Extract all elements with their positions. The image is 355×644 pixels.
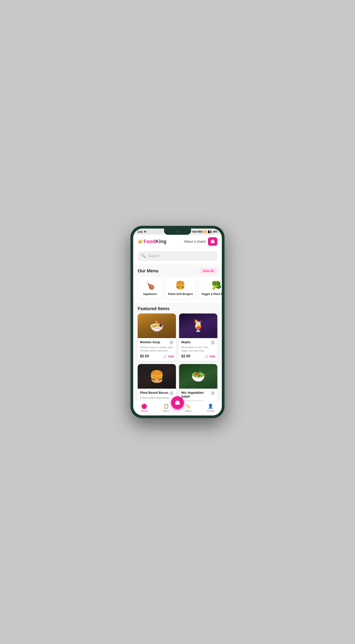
- appetizers-label: Appetizers: [143, 292, 157, 296]
- mojito-image: 🍹: [179, 314, 217, 338]
- logo-text: FoodKing: [144, 238, 167, 244]
- search-bar[interactable]: 🔍 Search: [138, 251, 217, 261]
- bottom-nav: Home 📋 Menu 🏷️ Offers 👤 Profile: [133, 401, 222, 416]
- mojito-add-button[interactable]: 🛒 Add: [205, 354, 215, 358]
- burgers-icon: 🍔: [173, 280, 188, 291]
- offers-label: Offers: [185, 410, 192, 412]
- crown-icon: 👑: [138, 239, 143, 244]
- wonton-add-button[interactable]: 🛒 Add: [163, 354, 174, 358]
- cart-button[interactable]: [208, 237, 217, 246]
- featured-section: 🍜 Wonton Soup ℹ Wonton soup is a simple,…: [133, 314, 222, 401]
- nav-home[interactable]: Home: [139, 404, 150, 412]
- mojito-body: Mojito ℹ Mixed drink of mint, lime, suga…: [179, 338, 217, 361]
- salad-info-icon[interactable]: ℹ: [211, 391, 215, 395]
- view-all-button[interactable]: View All: [199, 268, 217, 274]
- burgers-label: Flame Grill Burgers: [168, 292, 193, 296]
- menu-category-appetizers[interactable]: 🍗 Appetizers: [138, 276, 162, 299]
- add-cart-icon: 🛒: [163, 354, 167, 358]
- appetizers-icon: 🍗: [143, 280, 157, 291]
- menu-icon: 📋: [163, 404, 169, 409]
- menu-label: Menu: [163, 410, 169, 412]
- wonton-name: Wonton Soup: [140, 340, 160, 344]
- veggie-icon: 🥦: [209, 280, 222, 291]
- our-menu-title: Our Menu: [138, 268, 158, 274]
- menu-categories: 🍗 Appetizers 🍔 Flame Grill Burgers 🥦 Veg…: [133, 276, 222, 302]
- veggie-label: Veggie & Plant Based ...: [201, 292, 222, 296]
- food-card-bacon[interactable]: 🍔 Plant Based Bacon ℹ A flame-grilled pl…: [138, 364, 176, 401]
- speed-indicator: 69.0 KB/S: [192, 230, 203, 233]
- cart-icon: [210, 239, 215, 244]
- salad-image: 🥗: [179, 364, 217, 389]
- profile-label: Profile: [207, 410, 214, 412]
- featured-header: Featured Items: [133, 302, 222, 314]
- add-label: Add: [168, 355, 174, 358]
- food-card-mojito[interactable]: 🍹 Mojito ℹ Mixed drink of mint, lime, su…: [179, 314, 217, 361]
- app-header: 👑 FoodKing Mirpur-1 (main): [133, 234, 222, 249]
- camera-notch: [164, 228, 191, 235]
- salad-desc: ...ow full of cabbage,: [181, 399, 215, 401]
- bacon-name: Plant Based Bacon: [140, 391, 168, 395]
- add-cart-icon-2: 🛒: [205, 354, 209, 358]
- home-label: Home: [141, 410, 148, 412]
- time-display: 2:03: [138, 230, 143, 233]
- phone-screen: 2:03 ⚙ ⏰ 69.0 KB/S 📶 ▐▌▌ 56% 👑 FoodKing: [133, 228, 222, 416]
- salad-body: Mix Vegetables Salad ℹ ...ow full of cab…: [179, 389, 217, 401]
- wonton-image: 🍜: [138, 314, 176, 338]
- food-card-wonton[interactable]: 🍜 Wonton Soup ℹ Wonton soup is a simple,…: [138, 314, 176, 361]
- wonton-body: Wonton Soup ℹ Wonton soup is a simple, l…: [138, 338, 176, 361]
- offers-icon: 🏷️: [185, 404, 191, 409]
- menu-category-veggie[interactable]: 🥦 Veggie & Plant Based ...: [198, 276, 222, 299]
- location-text: Mirpur-1 (main): [184, 240, 206, 243]
- food-card-salad[interactable]: 🥗 Mix Vegetables Salad ℹ ...ow full of c…: [179, 364, 217, 401]
- logo: 👑 FoodKing: [138, 238, 167, 244]
- home-icon: [141, 404, 147, 409]
- wonton-info-icon[interactable]: ℹ: [169, 340, 174, 345]
- nav-profile[interactable]: 👤 Profile: [205, 404, 216, 412]
- logo-king: King: [156, 238, 167, 244]
- wonton-desc: Wonton soup is a simple, light, Chinese …: [140, 346, 174, 353]
- signal-icon: ▐▌▌: [207, 230, 212, 233]
- settings-icon: ⚙: [144, 230, 146, 233]
- search-placeholder: Search: [148, 254, 159, 258]
- wifi-icon: 📶: [204, 230, 206, 233]
- bacon-desc: A flame-grilled plant-based...: [140, 396, 174, 401]
- add-label-2: Add: [209, 355, 215, 358]
- mojito-info-icon[interactable]: ℹ: [211, 340, 215, 345]
- salad-name: Mix Vegetables Salad: [181, 391, 210, 398]
- center-cart-button[interactable]: [171, 396, 184, 409]
- our-menu-header: Our Menu View All: [133, 264, 222, 276]
- phone-frame: 2:03 ⚙ ⏰ 69.0 KB/S 📶 ▐▌▌ 56% 👑 FoodKing: [131, 226, 224, 418]
- camera-dot: [176, 230, 179, 233]
- battery-display: 56%: [213, 230, 217, 233]
- location-area: Mirpur-1 (main): [184, 237, 217, 246]
- profile-icon: 👤: [208, 404, 213, 409]
- logo-food: Food: [144, 238, 156, 244]
- bacon-image: 🍔: [138, 364, 176, 389]
- search-icon: 🔍: [141, 254, 146, 258]
- nav-offers[interactable]: 🏷️ Offers: [183, 404, 194, 412]
- search-section: 🔍 Search: [133, 249, 222, 264]
- featured-title: Featured Items: [138, 306, 169, 311]
- app-content: 👑 FoodKing Mirpur-1 (main): [133, 234, 222, 401]
- mojito-name: Mojito: [181, 340, 190, 344]
- menu-category-burgers[interactable]: 🍔 Flame Grill Burgers: [165, 276, 196, 299]
- mojito-desc: Mixed drink of mint, lime, sugar, and cl…: [181, 346, 215, 353]
- wonton-price: $2.50: [140, 354, 149, 358]
- bacon-info-icon[interactable]: ℹ: [169, 391, 174, 395]
- featured-grid: 🍜 Wonton Soup ℹ Wonton soup is a simple,…: [138, 314, 217, 401]
- mojito-price: $2.00: [181, 354, 190, 358]
- bacon-body: Plant Based Bacon ℹ A flame-grilled plan…: [138, 389, 176, 401]
- nav-menu[interactable]: 📋 Menu: [161, 404, 172, 412]
- center-cart-icon: [175, 400, 180, 406]
